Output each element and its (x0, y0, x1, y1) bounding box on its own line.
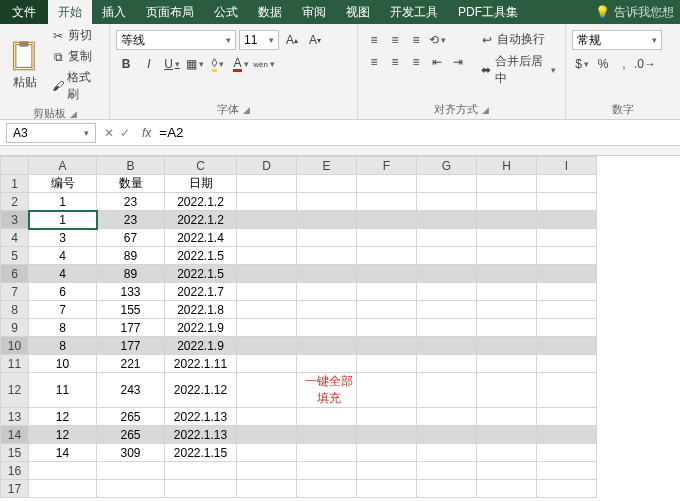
cell[interactable]: 11 (29, 373, 97, 408)
cell[interactable] (477, 265, 537, 283)
cell[interactable] (297, 211, 357, 229)
cell[interactable] (417, 301, 477, 319)
copy-button[interactable]: ⧉ 复制 (47, 47, 103, 66)
cell[interactable] (477, 247, 537, 265)
font-size-select[interactable]: 11 (239, 30, 279, 50)
cell[interactable] (477, 373, 537, 408)
cell[interactable] (297, 462, 357, 480)
cell[interactable]: 67 (97, 229, 165, 247)
cell[interactable] (477, 229, 537, 247)
cell[interactable] (237, 319, 297, 337)
cell[interactable] (477, 462, 537, 480)
column-header[interactable]: C (165, 157, 237, 175)
cell[interactable]: 89 (97, 265, 165, 283)
cell[interactable] (357, 175, 417, 193)
cell[interactable] (417, 462, 477, 480)
cell[interactable] (237, 283, 297, 301)
font-launcher-icon[interactable]: ◢ (243, 105, 250, 115)
cell[interactable] (417, 355, 477, 373)
cell[interactable] (417, 444, 477, 462)
cell[interactable] (237, 337, 297, 355)
cell[interactable] (297, 229, 357, 247)
decrease-indent-button[interactable]: ⇤ (427, 52, 447, 72)
cell[interactable] (537, 480, 597, 498)
cell[interactable] (357, 229, 417, 247)
cell[interactable] (297, 480, 357, 498)
column-header[interactable]: E (297, 157, 357, 175)
format-painter-button[interactable]: 🖌 格式刷 (47, 68, 103, 104)
cell[interactable]: 177 (97, 319, 165, 337)
cell[interactable] (477, 211, 537, 229)
decrease-font-button[interactable]: A▾ (305, 30, 325, 50)
cell[interactable] (237, 301, 297, 319)
cell[interactable] (237, 426, 297, 444)
row-header[interactable]: 17 (1, 480, 29, 498)
italic-button[interactable]: I (139, 54, 159, 74)
cell[interactable] (237, 247, 297, 265)
cell[interactable]: 23 (97, 211, 165, 229)
cell[interactable]: 265 (97, 426, 165, 444)
cell[interactable] (97, 480, 165, 498)
cell[interactable] (297, 283, 357, 301)
cell[interactable] (537, 408, 597, 426)
cell[interactable] (537, 355, 597, 373)
cell[interactable]: 2022.1.8 (165, 301, 237, 319)
column-header[interactable]: H (477, 157, 537, 175)
cell[interactable] (417, 229, 477, 247)
cell[interactable] (477, 480, 537, 498)
cell[interactable] (417, 283, 477, 301)
cell[interactable] (297, 301, 357, 319)
phonetic-button[interactable]: wén (254, 54, 274, 74)
cell[interactable]: 2022.1.12 (165, 373, 237, 408)
cell[interactable] (537, 193, 597, 211)
cell[interactable] (477, 355, 537, 373)
tab-review[interactable]: 审阅 (292, 0, 336, 24)
cell[interactable] (29, 462, 97, 480)
column-header[interactable]: G (417, 157, 477, 175)
fx-icon[interactable]: fx (138, 126, 155, 140)
cell[interactable] (297, 426, 357, 444)
row-header[interactable]: 7 (1, 283, 29, 301)
cell[interactable] (237, 373, 297, 408)
cell[interactable]: 日期 (165, 175, 237, 193)
cell[interactable] (237, 193, 297, 211)
underline-button[interactable]: U (162, 54, 182, 74)
cell[interactable]: 309 (97, 444, 165, 462)
cell[interactable] (357, 337, 417, 355)
cell[interactable] (537, 426, 597, 444)
alignment-launcher-icon[interactable]: ◢ (482, 105, 489, 115)
cell[interactable]: 2022.1.7 (165, 283, 237, 301)
font-color-button[interactable]: A (231, 54, 251, 74)
cell[interactable]: 265 (97, 408, 165, 426)
cell[interactable] (297, 319, 357, 337)
align-middle-button[interactable]: ≡ (385, 30, 405, 50)
cell[interactable] (357, 480, 417, 498)
tab-data[interactable]: 数据 (248, 0, 292, 24)
row-header[interactable]: 9 (1, 319, 29, 337)
percent-format-button[interactable]: % (593, 54, 613, 74)
cell[interactable]: 4 (29, 265, 97, 283)
cell[interactable]: 数量 (97, 175, 165, 193)
cell[interactable] (297, 408, 357, 426)
cell[interactable] (417, 175, 477, 193)
cell[interactable] (237, 408, 297, 426)
row-header[interactable]: 16 (1, 462, 29, 480)
cell[interactable]: 221 (97, 355, 165, 373)
increase-font-button[interactable]: A▴ (282, 30, 302, 50)
cell[interactable]: 编号 (29, 175, 97, 193)
row-header[interactable]: 5 (1, 247, 29, 265)
cancel-formula-icon[interactable]: ✕ (104, 126, 114, 140)
cell[interactable]: 3 (29, 229, 97, 247)
font-name-select[interactable]: 等线 (116, 30, 236, 50)
cell[interactable] (29, 480, 97, 498)
row-header[interactable]: 1 (1, 175, 29, 193)
name-box[interactable]: A3 (6, 123, 96, 143)
spreadsheet-grid[interactable]: ABCDEFGHI1编号数量日期21232022.1.231232022.1.2… (0, 156, 680, 498)
cell[interactable] (477, 337, 537, 355)
cell[interactable]: 14 (29, 444, 97, 462)
cell[interactable]: 2022.1.2 (165, 193, 237, 211)
cell[interactable] (297, 175, 357, 193)
cell[interactable]: 2022.1.9 (165, 337, 237, 355)
cell[interactable] (477, 408, 537, 426)
bold-button[interactable]: B (116, 54, 136, 74)
